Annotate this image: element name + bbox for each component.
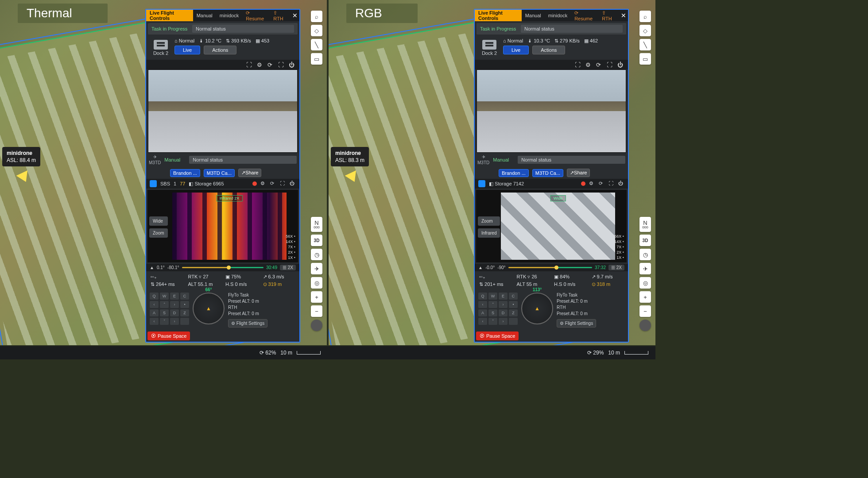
live-button[interactable]: Live xyxy=(174,46,200,54)
fullscreen-icon-2[interactable]: ⛶ xyxy=(608,181,615,187)
north-icon[interactable]: N000 xyxy=(311,217,322,232)
zoom-stack[interactable]: 56X14X7X2X1X xyxy=(286,234,295,260)
camera-chip[interactable]: M3TD Ca... xyxy=(532,169,563,177)
zoom-out-button[interactable]: − xyxy=(639,305,651,317)
fullscreen-icon[interactable]: ⛶ xyxy=(607,62,613,68)
link-icon[interactable]: ⛶ xyxy=(575,62,581,68)
map-tools-bottom: N000 3D ◷ ✈ ◎ + − xyxy=(311,217,322,331)
drone-marker-label[interactable]: minidrone ASL: 88.3 m xyxy=(331,147,369,166)
gimbal-yaw: 0.1° xyxy=(157,265,165,270)
refresh-icon[interactable]: ⟳ xyxy=(596,62,602,68)
refresh-icon-2[interactable]: ⟳ xyxy=(599,181,605,187)
power-icon-2[interactable]: ⏻ xyxy=(618,181,624,187)
minimap-icon[interactable] xyxy=(311,320,322,331)
drone-feed[interactable]: Wide Zoom Infrared 2X 56X14X7X2X1X xyxy=(147,190,298,262)
north-icon[interactable]: N000 xyxy=(639,217,651,232)
feed-toggle-icon[interactable] xyxy=(478,180,485,187)
gimbal-zoom[interactable]: ☰ 2X xyxy=(280,265,296,270)
target-icon[interactable]: ◎ xyxy=(639,277,651,289)
gear-icon[interactable]: ⚙ xyxy=(585,62,592,68)
telemetry-grid: ▫◦₊ RTK ▿ 27 ▣ 75% ↗ 6.3 m/s ⇅ 264+ ms A… xyxy=(146,271,299,290)
resume-button[interactable]: ⟳ Resume xyxy=(242,10,270,21)
gimbal-slider[interactable] xyxy=(182,267,264,268)
close-icon[interactable]: ✕ xyxy=(290,12,299,19)
tab-manual[interactable]: Manual xyxy=(522,10,545,21)
camera-chip[interactable]: M3TD Ca... xyxy=(204,169,235,177)
zoom-stack[interactable]: 56X14X7X2X1X xyxy=(614,234,624,260)
drone-feed[interactable]: Zoom Infrared Wide 56X14X7X2X1X xyxy=(476,190,627,262)
power-icon[interactable]: ⏻ xyxy=(289,62,295,68)
refresh-icon[interactable]: ⟳ xyxy=(267,62,274,68)
map-tools-top: ⌕ ◇ ╲ ▭ xyxy=(311,11,322,65)
zoom-in-button[interactable]: + xyxy=(311,291,322,303)
tab-live-controls[interactable]: Live Flight Controls xyxy=(475,10,522,21)
power-icon-2[interactable]: ⏻ xyxy=(290,181,296,187)
gear-icon[interactable]: ⚙ xyxy=(257,62,263,68)
zoom-button[interactable]: Zoom xyxy=(149,228,168,238)
plane-icon[interactable]: ✈ xyxy=(639,263,651,274)
flight-panel: Live Flight Controls Manual minidock ⟳ R… xyxy=(145,9,300,343)
rect-icon[interactable]: ▭ xyxy=(639,53,651,65)
clock-icon[interactable]: ◷ xyxy=(639,249,651,260)
gimbal-slider[interactable] xyxy=(508,267,592,268)
pilot-chip[interactable]: Brandon ... xyxy=(499,169,529,177)
rth-button[interactable]: ⇧ RTH xyxy=(598,10,619,21)
drone-marker-label[interactable]: minidrone ASL: 88.4 m xyxy=(2,147,40,166)
pilot-chip[interactable]: Brandon ... xyxy=(170,169,200,177)
heading-compass[interactable] xyxy=(193,293,225,324)
actions-button[interactable]: Actions xyxy=(532,46,565,54)
line-icon[interactable]: ╲ xyxy=(311,39,322,50)
flight-settings-button[interactable]: ⚙ Flight Settings xyxy=(557,319,596,328)
zoom-button[interactable]: Zoom xyxy=(478,216,500,226)
clock-icon[interactable]: ◷ xyxy=(311,249,322,260)
live-button[interactable]: Live xyxy=(503,46,529,54)
actions-button[interactable]: Actions xyxy=(204,46,236,54)
drone-marker-icon[interactable] xyxy=(18,173,30,185)
record-icon[interactable] xyxy=(252,181,257,186)
wide-button[interactable]: Wide xyxy=(149,216,168,226)
fullscreen-icon[interactable]: ⛶ xyxy=(278,62,284,68)
dock-camera-view[interactable] xyxy=(477,69,626,153)
rth-button[interactable]: ⇧ RTH xyxy=(270,10,290,21)
dock-telemetry-row: Dock 2 ⌂ Normal 🌡 10.2 °C ⇅ 393 KB/s ▦ 4… xyxy=(146,36,299,60)
fullscreen-icon-2[interactable]: ⛶ xyxy=(280,181,286,187)
search-icon[interactable]: ⌕ xyxy=(639,11,651,22)
tab-manual[interactable]: Manual xyxy=(193,10,216,21)
diamond-icon[interactable]: ◇ xyxy=(311,25,322,36)
zoom-in-button[interactable]: + xyxy=(639,291,651,303)
pause-button[interactable]: Pause Space xyxy=(147,332,190,340)
line-icon[interactable]: ╲ xyxy=(639,39,651,50)
resume-button[interactable]: ⟳ Resume xyxy=(571,10,598,21)
dock-camera-view[interactable] xyxy=(148,69,298,153)
minimap-icon[interactable] xyxy=(639,320,651,331)
power-icon[interactable]: ⏻ xyxy=(617,62,624,68)
marker-asl: ASL: 88.4 m xyxy=(7,157,36,163)
flight-settings-button[interactable]: ⚙ Flight Settings xyxy=(228,319,267,328)
gear-icon-2[interactable]: ⚙ xyxy=(260,181,267,187)
pause-button[interactable]: Pause Space xyxy=(476,332,519,340)
record-icon[interactable] xyxy=(581,181,585,186)
search-icon[interactable]: ⌕ xyxy=(311,11,322,22)
drone-marker-icon[interactable] xyxy=(346,173,359,185)
close-icon[interactable]: ✕ xyxy=(619,12,628,19)
plane-icon[interactable]: ✈ xyxy=(311,263,322,274)
target-icon[interactable]: ◎ xyxy=(311,277,322,289)
feed-toggle-icon[interactable] xyxy=(150,180,157,187)
zoom-out-button[interactable]: − xyxy=(311,305,322,317)
tab-minidock[interactable]: minidock xyxy=(216,10,242,21)
gimbal-pitch: -80.1° xyxy=(167,265,179,270)
diamond-icon[interactable]: ◇ xyxy=(639,25,651,36)
tab-minidock[interactable]: minidock xyxy=(545,10,571,21)
share-chip[interactable]: ↗Share xyxy=(238,169,261,177)
gear-icon-2[interactable]: ⚙ xyxy=(589,181,595,187)
refresh-icon-2[interactable]: ⟳ xyxy=(270,181,276,187)
infrared-button[interactable]: Infrared xyxy=(478,228,500,238)
3d-toggle[interactable]: 3D xyxy=(311,235,322,246)
tab-live-controls[interactable]: Live Flight Controls xyxy=(146,10,193,21)
share-chip[interactable]: ↗Share xyxy=(567,169,590,177)
rth-label: RTH xyxy=(228,305,267,310)
heading-compass[interactable] xyxy=(521,293,553,324)
3d-toggle[interactable]: 3D xyxy=(639,235,651,246)
rect-icon[interactable]: ▭ xyxy=(311,53,322,65)
link-icon[interactable]: ⛶ xyxy=(246,62,252,68)
